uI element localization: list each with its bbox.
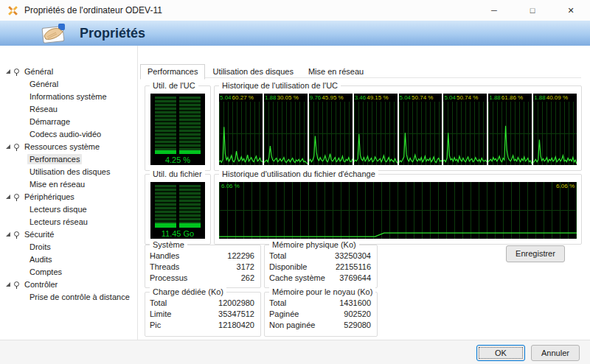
tree-item-prise-de-controle-a-distance[interactable]: Prise de contrôle à distance bbox=[0, 290, 136, 303]
kernel-memory-group: Mémoire pour le noyau (Ko)Total1431600Pa… bbox=[264, 292, 378, 337]
pagefile-history-group: Historique d'utilisation du fichier d'éc… bbox=[214, 174, 582, 245]
expanded-arrow-icon[interactable] bbox=[6, 69, 10, 74]
header-banner: Propriétés bbox=[0, 21, 590, 46]
cpu-core-graph: 5.0450.74 % bbox=[443, 94, 487, 165]
pin-icon bbox=[14, 281, 19, 287]
stat-value: 529080 bbox=[344, 320, 371, 331]
stat-value: 35347512 bbox=[218, 309, 254, 320]
navigation-tree: GénéralGénéralInformations systèmeRéseau… bbox=[0, 65, 136, 303]
cpu-core-graph-labels: 1.8830.05 % bbox=[264, 94, 308, 102]
expanded-arrow-icon[interactable] bbox=[6, 282, 10, 287]
tree-item-comptes[interactable]: Comptes bbox=[0, 265, 136, 278]
cpu-current-label: 5.04 bbox=[444, 94, 456, 102]
tree-item-label: Codecs audio-vidéo bbox=[27, 129, 103, 139]
properties-hand-icon bbox=[38, 22, 71, 44]
tree-item-droits[interactable]: Droits bbox=[0, 240, 136, 253]
stat-label: Non paginée bbox=[269, 320, 315, 331]
meter-fill bbox=[179, 223, 201, 228]
stat-row: Limite35347512 bbox=[150, 309, 254, 320]
tree-group-label: Périphériques bbox=[24, 192, 74, 201]
tree-group-ressources-systeme[interactable]: Ressources système bbox=[0, 140, 136, 153]
group-title: Historique de l'utilisation de l'UC bbox=[219, 81, 341, 90]
tree-group-peripheriques[interactable]: Périphériques bbox=[0, 190, 136, 203]
close-icon[interactable]: ✕ bbox=[552, 0, 590, 21]
stat-row: Pic12180420 bbox=[150, 320, 254, 331]
tree-item-codecs-audio-video[interactable]: Codecs audio-vidéo bbox=[0, 127, 136, 140]
stat-label: Processus bbox=[150, 273, 187, 284]
expanded-arrow-icon[interactable] bbox=[6, 232, 10, 237]
cpu-core-graph: 3.4649.15 % bbox=[354, 94, 398, 165]
tree-item-mise-en-reseau[interactable]: Mise en réseau bbox=[0, 178, 136, 190]
stat-value: 3769644 bbox=[339, 273, 371, 284]
tree-item-audits[interactable]: Audits bbox=[0, 253, 136, 265]
tab-strip: Performances Utilisation des disques Mis… bbox=[140, 64, 371, 79]
cpu-peak-label: 40.09 % bbox=[546, 94, 568, 102]
cpu-core-graph: 1.8861.86 % bbox=[488, 94, 532, 165]
tree-group-controler[interactable]: Contrôler bbox=[0, 278, 136, 290]
tab-utilisation-des-disques[interactable]: Utilisation des disques bbox=[205, 64, 300, 80]
maximize-icon[interactable]: □ bbox=[513, 0, 552, 21]
minimize-icon[interactable]: ─ bbox=[475, 0, 513, 21]
stat-rows: Handles122296Threads3172Processus262 bbox=[145, 251, 260, 284]
cpu-core-chart bbox=[488, 102, 532, 165]
meter-column bbox=[155, 185, 176, 228]
stat-label: Total bbox=[269, 251, 286, 262]
cpu-current-label: 5.04 bbox=[400, 94, 412, 102]
tree-group-label: Général bbox=[24, 67, 53, 76]
expanded-arrow-icon[interactable] bbox=[6, 144, 10, 149]
stat-value: 902520 bbox=[344, 309, 371, 320]
meter-column bbox=[179, 185, 201, 228]
stat-rows: Total12002980Limite35347512Pic12180420 bbox=[145, 298, 260, 331]
stat-label: Paginée bbox=[269, 309, 299, 320]
cpu-core-graph: 5.0450.74 % bbox=[399, 94, 442, 165]
stat-value: 1431600 bbox=[339, 298, 371, 309]
cpu-core-graph-labels: 3.4649.15 % bbox=[354, 94, 398, 102]
cancel-button[interactable]: Annuler bbox=[531, 345, 580, 361]
cpu-peak-label: 49.15 % bbox=[367, 94, 388, 102]
expanded-arrow-icon[interactable] bbox=[6, 195, 10, 199]
ok-button[interactable]: OK bbox=[476, 345, 525, 361]
tab-mise-en-reseau[interactable]: Mise en réseau bbox=[301, 64, 371, 80]
cpu-current-label: 9.76 bbox=[310, 94, 322, 102]
group-title: Mémoire physique (Ko) bbox=[269, 240, 359, 249]
committed-charge-group: Charge dédiée (Ko)Total12002980Limite353… bbox=[145, 292, 261, 337]
cpu-core-graph: 9.7645.95 % bbox=[309, 94, 353, 165]
cpu-core-chart bbox=[354, 102, 398, 165]
physical-memory-group: Mémoire physique (Ko)Total33250304Dispon… bbox=[264, 245, 378, 288]
tree-group-general[interactable]: Général bbox=[0, 65, 136, 77]
cpu-core-chart bbox=[443, 102, 487, 165]
cpu-current-label: 3.46 bbox=[355, 94, 367, 102]
tree-item-informations-systeme[interactable]: Informations système bbox=[0, 90, 136, 102]
tree-item-label: Prise de contrôle à distance bbox=[27, 292, 132, 302]
tree-item-general[interactable]: Général bbox=[0, 77, 136, 90]
sidebar-separator bbox=[137, 46, 138, 340]
cpu-core-chart bbox=[533, 102, 577, 165]
tree-item-label: Droits bbox=[27, 242, 53, 252]
tree-group-label: Sécurité bbox=[24, 230, 54, 239]
stat-value: 3172 bbox=[237, 262, 254, 273]
stat-row: Total33250304 bbox=[269, 251, 371, 262]
cpu-core-graph: 1.8840.09 % bbox=[533, 94, 577, 165]
tree-item-lecteurs-disque[interactable]: Lecteurs disque bbox=[0, 203, 136, 215]
cpu-core-graph-labels: 1.8861.86 % bbox=[488, 94, 532, 102]
tree-item-demarrage[interactable]: Démarrage bbox=[0, 115, 136, 127]
group-title: Mémoire pour le noyau (Ko) bbox=[269, 287, 375, 296]
cpu-current-label: 1.88 bbox=[265, 94, 277, 102]
caption-buttons: ─ □ ✕ bbox=[475, 0, 590, 21]
save-button[interactable]: Enregistrer bbox=[506, 245, 565, 262]
tree-item-lecteurs-reseau[interactable]: Lecteurs réseau bbox=[0, 215, 136, 228]
tree-item-reseau[interactable]: Réseau bbox=[0, 102, 136, 115]
tree-item-utilisation-des-disques[interactable]: Utilisation des disques bbox=[0, 165, 136, 178]
tab-performances[interactable]: Performances bbox=[140, 64, 205, 80]
stat-label: Cache système bbox=[269, 273, 325, 284]
tree-group-securite[interactable]: Sécurité bbox=[0, 228, 136, 240]
cpu-usage-meter: 4.25 % bbox=[150, 94, 205, 165]
stat-label: Pic bbox=[150, 320, 161, 331]
tree-item-label: Comptes bbox=[27, 267, 64, 277]
stat-row: Threads3172 bbox=[150, 262, 254, 273]
tree-item-label: Utilisation des disques bbox=[27, 167, 112, 177]
cpu-core-graph: 1.8830.05 % bbox=[264, 94, 308, 165]
tree-item-performances[interactable]: Performances bbox=[0, 153, 136, 165]
pin-icon bbox=[14, 231, 19, 237]
stat-row: Disponible22155116 bbox=[269, 262, 371, 273]
